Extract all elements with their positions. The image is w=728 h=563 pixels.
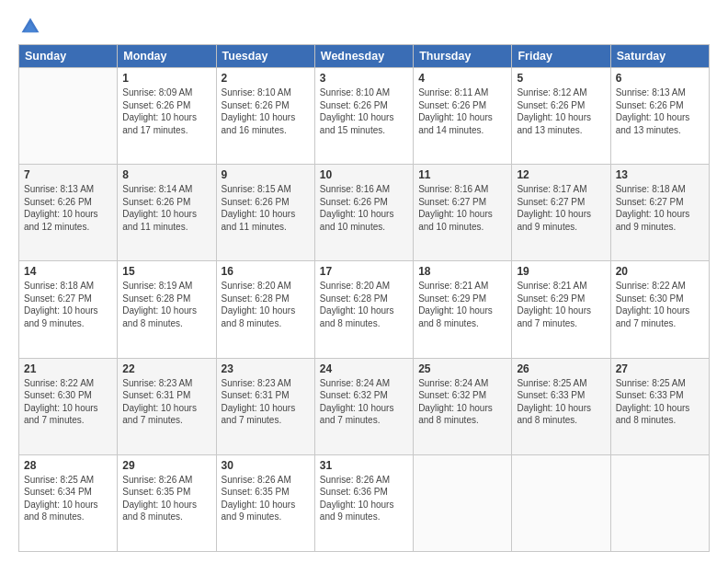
day-number: 29 [122,459,210,472]
day-header-wednesday: Wednesday [314,45,413,68]
day-info: Sunrise: 8:21 AM Sunset: 6:29 PM Dayligh… [517,280,605,329]
day-cell: 31Sunrise: 8:26 AM Sunset: 6:36 PM Dayli… [314,454,413,551]
day-cell: 3Sunrise: 8:10 AM Sunset: 6:26 PM Daylig… [314,68,413,165]
day-number: 3 [320,72,408,85]
day-number: 30 [222,459,310,472]
day-info: Sunrise: 8:12 AM Sunset: 6:26 PM Dayligh… [517,86,605,136]
day-number: 4 [418,72,506,85]
day-info: Sunrise: 8:17 AM Sunset: 6:27 PM Dayligh… [517,183,605,233]
day-number: 10 [320,168,408,181]
day-cell: 26Sunrise: 8:25 AM Sunset: 6:33 PM Dayli… [512,358,610,454]
logo-icon [20,17,40,37]
day-info: Sunrise: 8:16 AM Sunset: 6:27 PM Dayligh… [418,183,506,233]
day-info: Sunrise: 8:10 AM Sunset: 6:26 PM Dayligh… [222,86,310,136]
day-cell: 15Sunrise: 8:19 AM Sunset: 6:28 PM Dayli… [118,261,216,358]
day-cell: 9Sunrise: 8:15 AM Sunset: 6:26 PM Daylig… [216,165,314,261]
day-number: 16 [222,265,310,278]
day-info: Sunrise: 8:21 AM Sunset: 6:29 PM Dayligh… [418,280,506,329]
day-number: 7 [24,168,112,181]
day-cell: 5Sunrise: 8:12 AM Sunset: 6:26 PM Daylig… [512,68,610,165]
day-number: 11 [418,168,506,181]
day-cell: 25Sunrise: 8:24 AM Sunset: 6:32 PM Dayli… [414,358,512,454]
day-number: 27 [616,362,704,375]
day-cell: 7Sunrise: 8:13 AM Sunset: 6:26 PM Daylig… [19,165,118,261]
day-number: 25 [418,362,506,375]
day-header-tuesday: Tuesday [216,45,314,68]
day-number: 15 [122,265,210,278]
day-number: 18 [418,265,506,278]
day-info: Sunrise: 8:22 AM Sunset: 6:30 PM Dayligh… [616,280,704,329]
day-header-friday: Friday [512,45,610,68]
day-cell: 2Sunrise: 8:10 AM Sunset: 6:26 PM Daylig… [216,68,314,165]
day-number: 20 [616,265,704,278]
page: SundayMondayTuesdayWednesdayThursdayFrid… [0,0,728,563]
day-cell [610,454,709,551]
day-cell: 4Sunrise: 8:11 AM Sunset: 6:26 PM Daylig… [414,68,512,165]
top-section [18,17,710,37]
day-cell: 29Sunrise: 8:26 AM Sunset: 6:35 PM Dayli… [118,454,216,551]
day-info: Sunrise: 8:18 AM Sunset: 6:27 PM Dayligh… [616,183,704,233]
day-number: 17 [320,265,408,278]
day-cell: 19Sunrise: 8:21 AM Sunset: 6:29 PM Dayli… [512,261,610,358]
day-info: Sunrise: 8:25 AM Sunset: 6:33 PM Dayligh… [616,377,704,427]
day-info: Sunrise: 8:20 AM Sunset: 6:28 PM Dayligh… [222,280,310,329]
day-number: 22 [122,362,210,375]
day-info: Sunrise: 8:26 AM Sunset: 6:35 PM Dayligh… [222,474,310,523]
day-number: 19 [517,265,605,278]
day-header-monday: Monday [118,45,216,68]
day-info: Sunrise: 8:11 AM Sunset: 6:26 PM Dayligh… [418,86,506,136]
day-number: 1 [122,72,210,85]
day-info: Sunrise: 8:24 AM Sunset: 6:32 PM Dayligh… [418,377,506,427]
day-number: 21 [24,362,112,375]
day-info: Sunrise: 8:13 AM Sunset: 6:26 PM Dayligh… [24,183,112,233]
header-row: SundayMondayTuesdayWednesdayThursdayFrid… [19,45,710,68]
logo [18,17,42,37]
week-row-3: 14Sunrise: 8:18 AM Sunset: 6:27 PM Dayli… [19,261,710,358]
day-info: Sunrise: 8:24 AM Sunset: 6:32 PM Dayligh… [320,377,408,427]
day-number: 28 [24,459,112,472]
day-cell: 24Sunrise: 8:24 AM Sunset: 6:32 PM Dayli… [314,358,413,454]
day-cell: 20Sunrise: 8:22 AM Sunset: 6:30 PM Dayli… [610,261,709,358]
day-number: 31 [320,459,408,472]
week-row-1: 1Sunrise: 8:09 AM Sunset: 6:26 PM Daylig… [19,68,710,165]
day-info: Sunrise: 8:23 AM Sunset: 6:31 PM Dayligh… [122,377,210,427]
day-number: 2 [222,72,310,85]
calendar-table: SundayMondayTuesdayWednesdayThursdayFrid… [18,44,710,552]
day-cell: 28Sunrise: 8:25 AM Sunset: 6:34 PM Dayli… [19,454,118,551]
day-cell: 8Sunrise: 8:14 AM Sunset: 6:26 PM Daylig… [118,165,216,261]
day-number: 23 [222,362,310,375]
day-number: 5 [517,72,605,85]
day-cell: 23Sunrise: 8:23 AM Sunset: 6:31 PM Dayli… [216,358,314,454]
day-number: 6 [616,72,704,85]
day-cell: 18Sunrise: 8:21 AM Sunset: 6:29 PM Dayli… [414,261,512,358]
day-cell: 13Sunrise: 8:18 AM Sunset: 6:27 PM Dayli… [610,165,709,261]
day-info: Sunrise: 8:26 AM Sunset: 6:35 PM Dayligh… [122,474,210,523]
day-info: Sunrise: 8:18 AM Sunset: 6:27 PM Dayligh… [24,280,112,329]
day-cell: 30Sunrise: 8:26 AM Sunset: 6:35 PM Dayli… [216,454,314,551]
day-info: Sunrise: 8:16 AM Sunset: 6:26 PM Dayligh… [320,183,408,233]
day-number: 24 [320,362,408,375]
day-cell [19,68,118,165]
day-cell: 1Sunrise: 8:09 AM Sunset: 6:26 PM Daylig… [118,68,216,165]
day-number: 8 [122,168,210,181]
day-cell: 17Sunrise: 8:20 AM Sunset: 6:28 PM Dayli… [314,261,413,358]
day-info: Sunrise: 8:09 AM Sunset: 6:26 PM Dayligh… [122,86,210,136]
day-info: Sunrise: 8:25 AM Sunset: 6:33 PM Dayligh… [517,377,605,427]
day-cell [512,454,610,551]
day-info: Sunrise: 8:13 AM Sunset: 6:26 PM Dayligh… [616,86,704,136]
day-cell: 22Sunrise: 8:23 AM Sunset: 6:31 PM Dayli… [118,358,216,454]
day-info: Sunrise: 8:23 AM Sunset: 6:31 PM Dayligh… [222,377,310,427]
day-header-sunday: Sunday [19,45,118,68]
day-info: Sunrise: 8:26 AM Sunset: 6:36 PM Dayligh… [320,474,408,523]
day-number: 26 [517,362,605,375]
day-header-thursday: Thursday [414,45,512,68]
day-cell: 12Sunrise: 8:17 AM Sunset: 6:27 PM Dayli… [512,165,610,261]
week-row-2: 7Sunrise: 8:13 AM Sunset: 6:26 PM Daylig… [19,165,710,261]
day-cell: 10Sunrise: 8:16 AM Sunset: 6:26 PM Dayli… [314,165,413,261]
day-cell: 16Sunrise: 8:20 AM Sunset: 6:28 PM Dayli… [216,261,314,358]
day-info: Sunrise: 8:19 AM Sunset: 6:28 PM Dayligh… [122,280,210,329]
day-cell: 21Sunrise: 8:22 AM Sunset: 6:30 PM Dayli… [19,358,118,454]
day-cell [414,454,512,551]
day-cell: 14Sunrise: 8:18 AM Sunset: 6:27 PM Dayli… [19,261,118,358]
week-row-5: 28Sunrise: 8:25 AM Sunset: 6:34 PM Dayli… [19,454,710,551]
